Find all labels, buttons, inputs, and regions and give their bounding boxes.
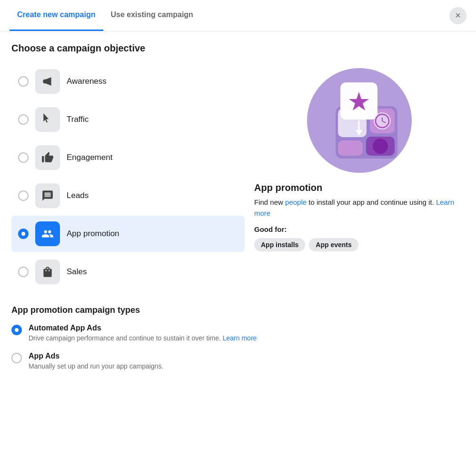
preview-title: App promotion [254, 182, 465, 193]
close-button[interactable]: × [449, 7, 466, 24]
automated-content: Automated App Ads Drive campaign perform… [29, 324, 465, 343]
automated-title: Automated App Ads [29, 324, 465, 332]
awareness-icon [35, 69, 60, 94]
objective-awareness[interactable]: Awareness [11, 63, 245, 100]
leads-label: Leads [67, 191, 89, 200]
objectives-list: Awareness Traffic Engagement [11, 63, 245, 292]
radio-engagement[interactable] [18, 152, 29, 163]
radio-leads[interactable] [18, 190, 29, 201]
learn-more-link-automated[interactable]: Learn more [223, 334, 257, 342]
objective-sales[interactable]: Sales [11, 254, 245, 290]
radio-awareness[interactable] [18, 76, 29, 87]
objective-app-promotion[interactable]: App promotion [11, 216, 245, 252]
tag-app-events: App events [309, 238, 358, 251]
type-option-automated[interactable]: Automated App Ads Drive campaign perform… [11, 324, 465, 343]
svg-point-14 [373, 139, 388, 154]
traffic-label: Traffic [67, 115, 89, 124]
radio-sales[interactable] [18, 267, 29, 277]
main-content: Choose a campaign objective Awareness [0, 31, 476, 292]
awareness-label: Awareness [67, 77, 107, 86]
app-promotion-icon [35, 221, 60, 246]
section-heading: Choose a campaign objective [11, 43, 465, 54]
campaign-types-title: App promotion campaign types [11, 305, 465, 315]
tab-create-new[interactable]: Create new campaign [10, 0, 103, 31]
traffic-icon [35, 107, 60, 132]
app-ads-title: App Ads [29, 352, 465, 360]
radio-app-ads[interactable] [11, 353, 22, 363]
campaign-types-section: App promotion campaign types Automated A… [0, 292, 476, 391]
radio-app-promotion[interactable] [18, 229, 29, 239]
tab-header: Create new campaign Use existing campaig… [0, 0, 476, 31]
app-promotion-label: App promotion [67, 229, 119, 239]
objective-engagement[interactable]: Engagement [11, 140, 245, 176]
automated-desc: Drive campaign performance and continue … [29, 334, 465, 343]
sales-label: Sales [67, 267, 87, 277]
preview-description: Find new people to install your app and … [254, 197, 465, 219]
leads-icon [35, 183, 60, 208]
engagement-label: Engagement [67, 153, 112, 162]
modal-container: Create new campaign Use existing campaig… [0, 0, 476, 469]
type-option-app-ads[interactable]: App Ads Manually set up and run your app… [11, 352, 465, 371]
svg-rect-4 [338, 140, 363, 156]
radio-automated[interactable] [11, 325, 22, 335]
sales-icon [35, 259, 60, 284]
engagement-icon [35, 145, 60, 170]
objective-traffic[interactable]: Traffic [11, 101, 245, 138]
people-link[interactable]: people [285, 198, 307, 206]
tag-list: App installs App events [254, 238, 465, 251]
tag-app-installs: App installs [254, 238, 305, 251]
tab-use-existing[interactable]: Use existing campaign [103, 0, 201, 31]
good-for-label: Good for: [254, 225, 465, 233]
objective-leads[interactable]: Leads [11, 178, 245, 214]
app-ads-content: App Ads Manually set up and run your app… [29, 352, 465, 371]
app-ads-desc: Manually set up and run your app campaig… [29, 362, 465, 371]
radio-traffic[interactable] [18, 114, 29, 125]
app-promotion-illustration [307, 68, 412, 173]
preview-panel: App promotion Find new people to install… [254, 63, 465, 292]
two-column-layout: Awareness Traffic Engagement [11, 63, 465, 292]
